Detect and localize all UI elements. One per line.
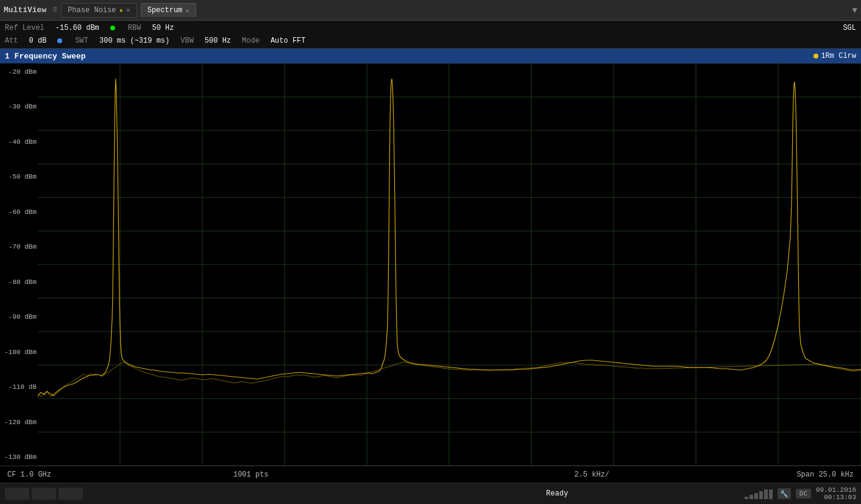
y-label-9: -110 dB (1, 383, 37, 391)
y-label-2: -40 dBm (1, 138, 37, 146)
signal-bar-5 (764, 489, 768, 499)
status-bar: Ready 🔧 DC 09.01.2016 00:13:03 (0, 483, 861, 504)
instrument-header: Ref Level -15.60 dBm RBW 50 Hz SGL Att 0… (0, 21, 861, 49)
trace-label-bar: 1 Frequency Sweep 1Rm Clrw (0, 49, 861, 63)
time-display: 00:13:03 (816, 494, 856, 501)
y-label-1: -30 dBm (1, 103, 37, 110)
rbw-value: 50 Hz (152, 24, 174, 32)
y-label-5: -70 dBm (1, 243, 37, 250)
trace-marker: 1Rm Clrw (813, 52, 856, 60)
footer-span: Span 25.0 kHz (762, 470, 854, 479)
tab-spectrum-label: Spectrum (147, 6, 183, 15)
y-label-11: -130 dBm (1, 453, 37, 461)
rbw-label: RBW (128, 24, 141, 32)
y-label-6: -80 dBm (1, 279, 37, 286)
signal-bar-1 (745, 497, 748, 499)
app-name: MultiView (4, 5, 46, 15)
vbw-value: 500 Hz (205, 37, 231, 45)
date-display: 09.01.2016 (816, 486, 856, 494)
mode-label: Mode (242, 37, 260, 45)
signal-bar-2 (749, 495, 753, 499)
rbw-dot (110, 26, 115, 30)
tab-phase-noise[interactable]: Phase Noise ★ ✕ (61, 3, 136, 18)
tab-phase-noise-label: Phase Noise (68, 6, 116, 15)
dropdown-button[interactable]: ▼ (852, 5, 857, 15)
sgl-label: SGL (843, 24, 856, 32)
swt-label: SWT (75, 37, 88, 45)
y-label-4: -60 dBm (1, 208, 37, 216)
status-segment-1 (5, 488, 29, 500)
signal-bar-3 (754, 493, 758, 499)
tab-phase-noise-close[interactable]: ✕ (126, 6, 130, 14)
dropdown-icon: ▼ (852, 5, 857, 15)
grid-icon: ⠿ (52, 6, 57, 14)
att-label: Att (5, 37, 18, 45)
ref-level-value: -15.60 dBm (55, 24, 99, 32)
title-bar: MultiView ⠿ Phase Noise ★ ✕ Spectrum ✕ ▼ (0, 0, 861, 21)
footer-bar: CF 1.0 GHz 1001 pts 2.5 kHz/ Span 25.0 k… (0, 466, 861, 483)
spectrum-trace (38, 63, 861, 466)
status-segment-2 (32, 488, 56, 500)
footer-pts: 1001 pts (80, 470, 422, 479)
swt-value: 300 ms (~319 ms) (99, 37, 169, 45)
tab-spectrum[interactable]: Spectrum ✕ (141, 3, 196, 17)
footer-cf: CF 1.0 GHz (7, 470, 80, 479)
wrench-icon: 🔧 (780, 490, 788, 498)
y-label-3: -50 dBm (1, 173, 37, 180)
mode-value: Auto FFT (271, 37, 306, 45)
signal-bar-4 (759, 491, 763, 499)
header-row-2: Att 0 dB SWT 300 ms (~319 ms) VBW 500 Hz… (5, 37, 856, 45)
trace-label: 1 Frequency Sweep (5, 52, 86, 61)
y-label-10: -120 dBm (1, 419, 37, 426)
y-label-0: -20 dBm (1, 68, 37, 76)
dc-label: DC (796, 489, 811, 499)
chart-area: -20 dBm -30 dBm -40 dBm -50 dBm -60 dBm … (0, 63, 861, 466)
footer-div: 2.5 kHz/ (422, 470, 763, 479)
signal-bar-6 (769, 489, 773, 499)
y-axis-labels: -20 dBm -30 dBm -40 dBm -50 dBm -60 dBm … (0, 63, 38, 466)
ref-level-label: Ref Level (5, 24, 44, 32)
signal-bars (745, 488, 773, 499)
swt-dot (57, 38, 62, 43)
tab-phase-noise-star: ★ (119, 6, 123, 14)
wrench-icon-box: 🔧 (778, 488, 791, 499)
marker-dot (813, 54, 818, 59)
att-value: 0 dB (29, 37, 47, 45)
y-label-8: -100 dBm (1, 349, 37, 356)
status-scroll-area (5, 488, 370, 500)
vbw-label: VBW (180, 37, 194, 45)
datetime-display: 09.01.2016 00:13:03 (816, 486, 856, 501)
header-row-1: Ref Level -15.60 dBm RBW 50 Hz SGL (5, 24, 856, 32)
svg-rect-23 (38, 63, 861, 466)
marker-text: 1Rm Clrw (821, 52, 856, 60)
y-label-7: -90 dBm (1, 313, 37, 321)
status-segment-3 (58, 488, 83, 500)
tab-spectrum-close[interactable]: ✕ (185, 7, 190, 15)
status-ready-text: Ready (375, 489, 740, 498)
